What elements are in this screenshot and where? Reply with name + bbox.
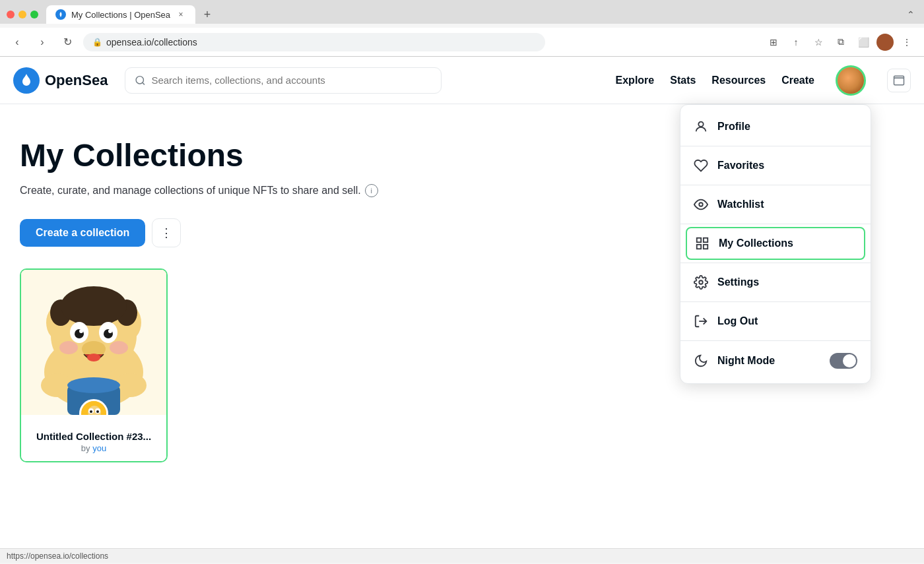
wallet-btn[interactable] xyxy=(887,69,911,92)
close-window-btn[interactable] xyxy=(7,11,15,18)
card-by: by you xyxy=(29,443,158,453)
card-you-link[interactable]: you xyxy=(92,443,106,453)
url-bar[interactable]: 🔒 opensea.io/collections xyxy=(83,33,545,51)
card-image xyxy=(21,270,166,415)
svg-point-0 xyxy=(137,76,144,83)
dropdown-item-favorites[interactable]: Favorites xyxy=(680,149,871,182)
status-url: https://opensea.io/collections xyxy=(7,551,108,561)
heart-icon xyxy=(694,158,708,173)
opensea-page: OpenSea Explore Stats Resources Create M… xyxy=(0,57,924,563)
expand-btn[interactable]: ⌃ xyxy=(904,7,917,22)
divider-4 xyxy=(680,263,871,263)
avatar-image xyxy=(838,67,864,94)
user-avatar-btn[interactable] xyxy=(836,65,866,96)
favorites-label: Favorites xyxy=(717,160,764,172)
svg-rect-34 xyxy=(697,245,701,249)
search-input[interactable] xyxy=(151,75,432,86)
logo-text: OpenSea xyxy=(45,72,108,89)
svg-rect-35 xyxy=(704,245,708,249)
settings-label: Settings xyxy=(717,276,759,288)
sidebar-btn[interactable]: ⬜ xyxy=(854,33,873,51)
opensea-logo[interactable]: OpenSea xyxy=(13,67,108,94)
svg-rect-32 xyxy=(697,238,701,242)
more-options-btn[interactable]: ⋮ xyxy=(152,218,181,247)
navbar: OpenSea Explore Stats Resources Create xyxy=(0,57,924,104)
tab-title: My Collections | OpenSea xyxy=(71,10,170,20)
window-controls xyxy=(7,11,38,18)
wallet-icon xyxy=(893,75,905,86)
user-dropdown: Profile Favorites Watchlist xyxy=(680,104,871,384)
svg-rect-33 xyxy=(704,238,708,242)
lock-icon: 🔒 xyxy=(92,38,102,47)
share-btn[interactable]: ↑ xyxy=(787,33,805,51)
card-title: Untitled Collection #23... xyxy=(29,431,158,442)
my-collections-label: My Collections xyxy=(719,237,793,249)
search-bar[interactable] xyxy=(125,67,442,94)
search-icon xyxy=(135,75,146,86)
moon-icon xyxy=(694,354,708,368)
profile-label: Profile xyxy=(717,121,750,133)
svg-point-17 xyxy=(87,354,100,361)
logo-icon xyxy=(13,67,40,94)
svg-point-36 xyxy=(699,280,703,284)
svg-point-19 xyxy=(110,341,128,354)
svg-point-18 xyxy=(59,341,78,354)
dropdown-item-settings[interactable]: Settings xyxy=(680,266,871,299)
by-text: by xyxy=(81,443,90,453)
maximize-window-btn[interactable] xyxy=(30,11,38,18)
extensions-btn[interactable]: ⧉ xyxy=(832,33,850,51)
back-btn[interactable]: ‹ xyxy=(8,33,26,51)
dropdown-item-logout[interactable]: Log Out xyxy=(680,305,871,338)
tab-favicon xyxy=(55,9,66,20)
forward-btn[interactable]: › xyxy=(33,33,51,51)
gear-icon xyxy=(694,275,708,290)
svg-point-23 xyxy=(67,377,120,393)
divider-6 xyxy=(680,340,871,341)
browser-actions: ⊞ ↑ ☆ ⧉ ⬜ ⋮ xyxy=(764,33,916,51)
tab-close-btn[interactable]: × xyxy=(176,9,186,20)
divider-2 xyxy=(680,185,871,185)
logout-label: Log Out xyxy=(717,315,758,327)
more-btn[interactable]: ⋮ xyxy=(898,33,916,51)
divider-1 xyxy=(680,146,871,146)
person-icon xyxy=(694,119,708,134)
active-tab[interactable]: My Collections | OpenSea × xyxy=(46,5,195,24)
nav-links: Explore Stats Resources Create xyxy=(616,65,911,96)
nav-explore[interactable]: Explore xyxy=(616,75,655,86)
svg-point-29 xyxy=(96,410,99,413)
night-mode-toggle[interactable] xyxy=(830,353,857,369)
nav-stats[interactable]: Stats xyxy=(670,75,696,86)
grid-icon xyxy=(695,236,710,251)
bookmark-btn[interactable]: ☆ xyxy=(809,33,828,51)
night-mode-label: Night Mode xyxy=(717,355,775,367)
nav-resources[interactable]: Resources xyxy=(711,75,766,86)
watchlist-label: Watchlist xyxy=(717,199,764,210)
collection-card[interactable]: Untitled Collection #23... by you xyxy=(20,268,168,462)
toggle-knob xyxy=(843,354,856,367)
address-bar: ‹ › ↻ 🔒 opensea.io/collections ⊞ ↑ ☆ ⧉ ⬜… xyxy=(0,28,924,57)
status-bar: https://opensea.io/collections xyxy=(0,548,924,563)
svg-point-31 xyxy=(699,203,703,206)
svg-point-28 xyxy=(90,410,92,413)
new-tab-btn[interactable]: + xyxy=(198,5,216,24)
dropdown-item-profile[interactable]: Profile xyxy=(680,110,871,143)
minimize-window-btn[interactable] xyxy=(18,11,26,18)
svg-point-15 xyxy=(108,329,112,333)
info-icon[interactable]: i xyxy=(365,184,378,197)
svg-point-14 xyxy=(79,329,83,333)
dropdown-item-my-collections[interactable]: My Collections xyxy=(686,227,865,260)
svg-point-30 xyxy=(698,122,703,127)
translate-btn[interactable]: ⊞ xyxy=(764,33,783,51)
nav-create[interactable]: Create xyxy=(781,75,814,86)
reload-btn[interactable]: ↻ xyxy=(58,33,77,51)
dropdown-item-night-mode[interactable]: Night Mode xyxy=(680,344,871,378)
card-info: Untitled Collection #23... by you xyxy=(21,415,166,461)
divider-3 xyxy=(680,224,871,224)
dropdown-item-watchlist[interactable]: Watchlist xyxy=(680,188,871,221)
create-collection-btn[interactable]: Create a collection xyxy=(20,219,145,247)
tab-bar: My Collections | OpenSea × + xyxy=(46,5,216,24)
divider-5 xyxy=(680,301,871,302)
nft-illustration xyxy=(21,270,166,415)
url-text: opensea.io/collections xyxy=(106,37,197,47)
browser-profile-icon[interactable] xyxy=(876,34,894,51)
